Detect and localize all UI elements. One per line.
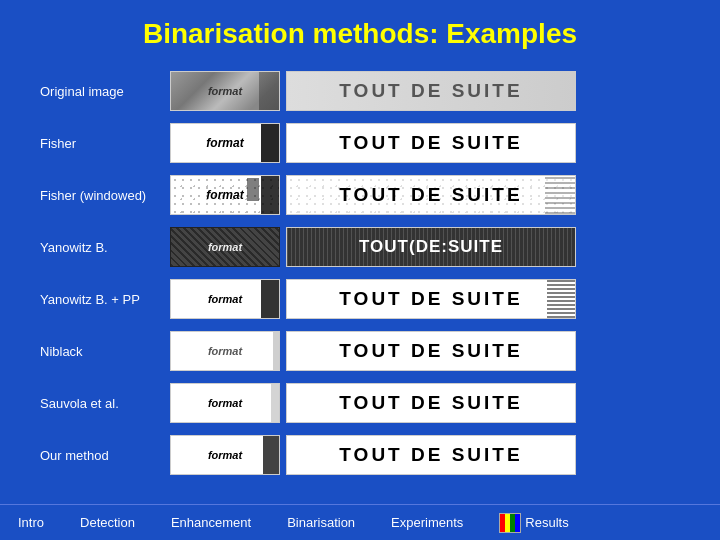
img-nib-small: format: [170, 331, 280, 371]
label-yanowitz-pp: Yanowitz B. + PP: [40, 292, 170, 307]
results-icon: [499, 513, 521, 533]
images-fisher-windowed: format TOUT DE SUITE: [170, 175, 576, 215]
original-small-text: format: [208, 85, 242, 97]
nav-item-experiments[interactable]: Experiments: [373, 507, 481, 538]
label-yanowitz: Yanowitz B.: [40, 240, 170, 255]
img-yanpp-small: format: [170, 279, 280, 319]
img-fw-small: format: [170, 175, 280, 215]
img-fisher-small: format: [170, 123, 280, 163]
nav-item-results[interactable]: Results: [481, 505, 586, 541]
images-yanowitz: format TOUT(DE:SUITE: [170, 227, 576, 267]
row-original: Original image format TOUT DE SUITE: [40, 68, 680, 114]
yanpp-large-text: TOUT DE SUITE: [339, 288, 522, 310]
row-yanowitz: Yanowitz B. format TOUT(DE:SUITE: [40, 224, 680, 270]
results-label: Results: [525, 515, 568, 530]
images-original: format TOUT DE SUITE: [170, 71, 576, 111]
nib-small-text: format: [208, 345, 242, 357]
img-our-large: TOUT DE SUITE: [286, 435, 576, 475]
img-yan-small: format: [170, 227, 280, 267]
yan-large-text: TOUT(DE:SUITE: [359, 237, 503, 257]
our-large-text: TOUT DE SUITE: [339, 444, 522, 466]
images-fisher: format TOUT DE SUITE: [170, 123, 576, 163]
nav-item-enhancement[interactable]: Enhancement: [153, 507, 269, 538]
nav-item-binarisation[interactable]: Binarisation: [269, 507, 373, 538]
img-sau-small: format: [170, 383, 280, 423]
nav-item-detection[interactable]: Detection: [62, 507, 153, 538]
images-yanowitz-pp: format TOUT DE SUITE: [170, 279, 576, 319]
img-yan-large: TOUT(DE:SUITE: [286, 227, 576, 267]
detection-label: Detection: [80, 515, 135, 530]
img-our-small: format: [170, 435, 280, 475]
original-large-text: TOUT DE SUITE: [339, 80, 522, 102]
label-fisher: Fisher: [40, 136, 170, 151]
yan-small-text: format: [208, 241, 242, 253]
fw-small-text: format: [206, 188, 243, 202]
img-fw-large: TOUT DE SUITE: [286, 175, 576, 215]
row-our-method: Our method format TOUT DE SUITE: [40, 432, 680, 478]
nav-bar: Intro Detection Enhancement Binarisation…: [0, 504, 720, 540]
content-area: Original image format TOUT DE SUITE Fish…: [0, 68, 720, 478]
images-our-method: format TOUT DE SUITE: [170, 435, 576, 475]
experiments-label: Experiments: [391, 515, 463, 530]
yanpp-small-text: format: [208, 293, 242, 305]
fw-large-text: TOUT DE SUITE: [339, 184, 522, 206]
page-title: Binarisation methods: Examples: [0, 0, 720, 60]
images-niblack: format TOUT DE SUITE: [170, 331, 576, 371]
label-sauvola: Sauvola et al.: [40, 396, 170, 411]
row-sauvola: Sauvola et al. format TOUT DE SUITE: [40, 380, 680, 426]
img-nib-large: TOUT DE SUITE: [286, 331, 576, 371]
images-sauvola: format TOUT DE SUITE: [170, 383, 576, 423]
img-fisher-large: TOUT DE SUITE: [286, 123, 576, 163]
row-yanowitz-pp: Yanowitz B. + PP format TOUT DE SUITE: [40, 276, 680, 322]
sau-small-text: format: [208, 397, 242, 409]
row-fisher: Fisher format TOUT DE SUITE: [40, 120, 680, 166]
nav-item-intro[interactable]: Intro: [0, 507, 62, 538]
label-our-method: Our method: [40, 448, 170, 463]
img-original-small: format: [170, 71, 280, 111]
nib-large-text: TOUT DE SUITE: [339, 340, 522, 362]
nav-items: Intro Detection Enhancement Binarisation…: [0, 505, 710, 541]
img-sau-large: TOUT DE SUITE: [286, 383, 576, 423]
intro-label: Intro: [18, 515, 44, 530]
label-niblack: Niblack: [40, 344, 170, 359]
row-niblack: Niblack format TOUT DE SUITE: [40, 328, 680, 374]
row-fisher-windowed: Fisher (windowed) format TOUT DE SUITE: [40, 172, 680, 218]
label-fisher-windowed: Fisher (windowed): [40, 188, 170, 203]
label-original: Original image: [40, 84, 170, 99]
fisher-small-text: format: [206, 136, 243, 150]
sau-large-text: TOUT DE SUITE: [339, 392, 522, 414]
our-small-text: format: [208, 449, 242, 461]
enhancement-label: Enhancement: [171, 515, 251, 530]
fisher-large-text: TOUT DE SUITE: [339, 132, 522, 154]
img-yanpp-large: TOUT DE SUITE: [286, 279, 576, 319]
binarisation-label: Binarisation: [287, 515, 355, 530]
img-original-large: TOUT DE SUITE: [286, 71, 576, 111]
